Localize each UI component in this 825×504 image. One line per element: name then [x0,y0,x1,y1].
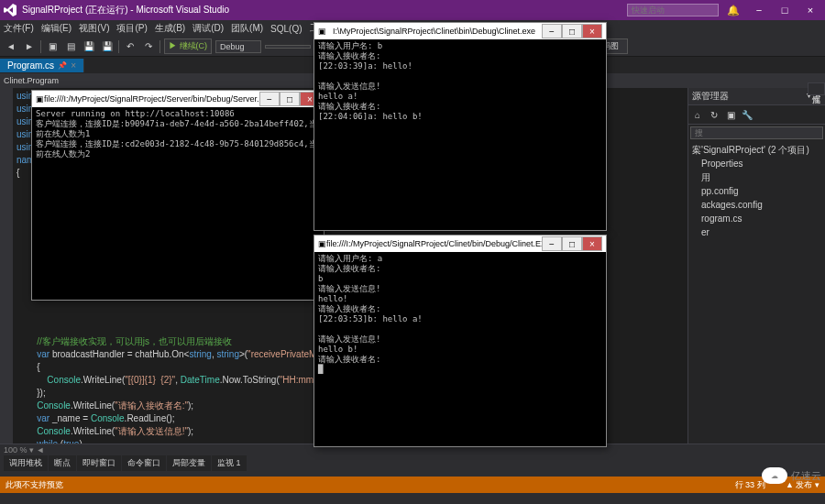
menu-build[interactable]: 生成(B) [155,22,185,35]
solution-explorer: 源管理器 ▾ ✕ ⌂ ↻ ▣ 🔧 案'SignalRProject' (2 个项… [688,88,825,444]
console-server[interactable]: ▣ file:///I:/MyProject/SignalRProject/Se… [31,90,324,301]
pin-icon[interactable]: 📌 [58,61,67,70]
solexp-search-input[interactable] [690,126,823,139]
home-icon[interactable]: ⌂ [690,107,705,122]
platform-combo[interactable] [265,45,311,49]
quick-launch-input[interactable] [627,4,719,16]
close-button[interactable]: × [799,2,821,18]
bottom-panel: 100 % ▾ ◄ 调用堆栈 断点 即时窗口 命令窗口 局部变量 监视 1 [0,444,825,477]
console-min-icon[interactable]: − [542,236,562,251]
config-combo[interactable]: Debug [215,40,261,53]
menu-debug[interactable]: 调试(D) [192,22,224,35]
console-icon: ▣ [36,94,44,104]
menu-sql[interactable]: SQL(Q) [270,24,302,34]
properties-icon[interactable]: 🔧 [740,107,754,122]
bp-tab-immediate[interactable]: 即时窗口 [77,455,121,471]
menu-team[interactable]: 团队(M) [231,22,263,35]
console-output[interactable]: Server running on http://localhost:10086… [32,107,324,300]
refresh-icon[interactable]: ↻ [707,107,721,122]
open-file-icon[interactable]: ▤ [63,39,78,54]
tree-item[interactable]: pp.config [692,184,821,198]
console-title: file:///I:/MyProject/SignalRProject/Serv… [44,94,259,104]
status-bar: 此项不支持预览 行 33 列 ▲ 发布 ▾ [0,477,825,493]
tree-item[interactable]: 用 [692,170,821,184]
continue-button[interactable]: ▶ 继续(C) [164,38,212,54]
console-max-icon[interactable]: □ [280,92,300,106]
console-output[interactable]: 请输入用户名: b 请输入接收者名: [22:03:39]a: hello! 请… [314,39,606,230]
status-message: 此项不支持预览 [6,479,63,491]
solution-tree[interactable]: 案'SignalRProject' (2 个项目) Properties 用 p… [688,141,825,241]
vs-logo-icon [4,4,16,16]
console-max-icon[interactable]: □ [562,236,582,251]
tab-program-cs[interactable]: Program.cs 📌 × [0,59,84,72]
undo-icon[interactable]: ↶ [123,39,138,54]
save-icon[interactable]: 💾 [82,39,96,54]
console-title: I:\MyProject\SignalRProject\Clinet\bin\D… [326,27,542,36]
tree-item[interactable]: rogram.cs [692,212,821,225]
console-title: file:///I:/MyProject/SignalRProject/Clin… [326,239,542,248]
tree-item[interactable]: ackages.config [692,198,821,212]
console-icon: ▣ [318,27,326,36]
menu-edit[interactable]: 编辑(E) [41,22,72,35]
console-min-icon[interactable]: − [259,92,280,106]
console-icon: ▣ [318,239,326,248]
console-close-icon[interactable]: × [582,236,602,251]
watermark: ☁ 亿速云 [762,467,821,484]
tab-close-icon[interactable]: × [71,60,76,71]
console-client-b[interactable]: ▣ I:\MyProject\SignalRProject\Clinet\bin… [314,22,607,231]
yiyun-logo-icon: ☁ [762,467,787,484]
bp-tab-breakpoints[interactable]: 断点 [49,455,76,471]
nav-fwd-icon[interactable]: ► [22,39,37,54]
window-title: SignalRProject (正在运行) - Microsoft Visual… [22,4,229,16]
tree-solution[interactable]: 案'SignalRProject' (2 个项目) [692,143,821,157]
bp-tab-command[interactable]: 命令窗口 [122,455,166,471]
nav-back-icon[interactable]: ◄ [4,39,18,54]
side-tab-properties[interactable]: 属性 [808,82,825,95]
minimize-button[interactable]: − [748,2,770,18]
tree-item[interactable]: Properties [692,157,821,170]
status-position: 行 33 列 [735,480,765,489]
menu-view[interactable]: 视图(V) [79,22,109,35]
bp-tab-watch[interactable]: 监视 1 [212,455,247,471]
collapse-icon[interactable]: ▣ [723,107,738,122]
maximize-button[interactable]: □ [774,2,796,18]
bp-tab-locals[interactable]: 局部变量 [167,455,211,471]
new-file-icon[interactable]: ▣ [45,39,60,54]
menu-project[interactable]: 项目(P) [116,22,147,35]
solexp-title-bar[interactable]: 源管理器 ▾ ✕ [688,88,825,105]
console-output[interactable]: 请输入用户名: a 请输入接收者名: b 请输入发送信息! hello! 请输入… [314,252,606,446]
title-bar: SignalRProject (正在运行) - Microsoft Visual… [0,0,825,20]
notification-icon[interactable]: 🔔 [722,2,744,18]
tree-item[interactable]: er [692,225,821,239]
bp-tab-callstack[interactable]: 调用堆栈 [4,455,48,471]
console-close-icon[interactable]: × [582,24,602,38]
menu-file[interactable]: 文件(F) [4,22,34,35]
breakpoint-gutter[interactable] [0,88,13,444]
save-all-icon[interactable]: 💾 [100,39,115,54]
console-min-icon[interactable]: − [542,24,562,38]
redo-icon[interactable]: ↷ [141,39,156,54]
console-client-a[interactable]: ▣ file:///I:/MyProject/SignalRProject/Cl… [314,235,607,447]
tab-label: Program.cs [7,60,54,71]
console-max-icon[interactable]: □ [562,24,582,38]
